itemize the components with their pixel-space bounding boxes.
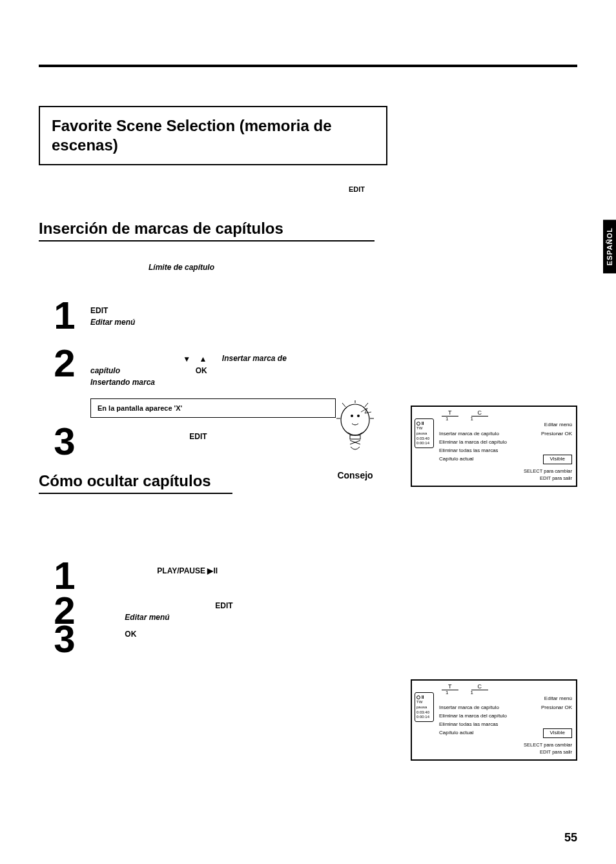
capitulo-label: capítulo [90, 366, 120, 375]
svg-point-0 [341, 404, 369, 435]
osd-tw: TW pausa [416, 700, 427, 709]
edit-key: EDIT [349, 185, 365, 193]
lightbulb-icon [333, 400, 378, 465]
note-box: En la pantalla aparece 'X' [90, 398, 336, 418]
osd-panel-1: T C 1 1 II TW pausa 0:03:40 0:00:14 Edit… [411, 406, 577, 487]
limit-line: Límite de capítulo [149, 261, 577, 273]
tip-block: Consejo [323, 400, 387, 480]
osd-r1-action: Presionar OK [541, 704, 572, 712]
osd-visible-box: Visible [543, 455, 572, 464]
step-body: ▼ ▲ Insertar marca de capítulo OK Insert… [90, 346, 336, 418]
osd-f2: EDIT para salir [439, 475, 572, 482]
pause-icon: II [422, 694, 424, 700]
osd-r1-action: Presionar OK [541, 430, 572, 438]
page-title: Favorite Scene Selection (memoria de esc… [52, 117, 332, 154]
step-number: 2 [39, 346, 90, 381]
page-number: 55 [564, 831, 577, 845]
top-rule [39, 65, 577, 67]
intro-line: EDIT [349, 185, 577, 194]
osd-left-status: II TW pausa 0:03:40 0:00:14 [415, 418, 434, 448]
osd-r1: Insertar marca de capítulo [439, 430, 499, 438]
step-number: 1 [39, 298, 90, 333]
step-body: PLAY/PAUSE ▶II [90, 559, 577, 577]
step-1: 1 EDIT Editar menú [39, 298, 577, 333]
osd-c-value: 1 [470, 690, 473, 695]
osd-r1: Insertar marca de capítulo [439, 704, 499, 712]
osd-tw: TW pausa [416, 426, 427, 435]
osd-subtitle: Editar menú [439, 695, 572, 701]
hide-step-1: 1 PLAY/PAUSE ▶II [39, 559, 577, 593]
page-title-box: Favorite Scene Selection (memoria de esc… [39, 106, 387, 165]
edit-key: EDIT [90, 306, 108, 315]
osd-panel-2: T C 1 1 II TW pausa 0:03:40 0:00:14 Edit… [411, 679, 577, 761]
osd-r2: Eliminar la marca del capítulo [439, 712, 572, 721]
language-tab: ESPAÑOL [603, 220, 616, 273]
down-triangle-icon: ▼ [183, 353, 190, 365]
osd-header: T C [416, 683, 572, 690]
section-2-title: Cómo ocultar capítulos [39, 472, 232, 494]
record-dot-icon [416, 422, 420, 426]
step-body: EDIT Editar menú [90, 593, 577, 623]
osd-c-label: C [471, 683, 489, 690]
osd-time2: 0:00:14 [416, 441, 429, 445]
insertando-label: Insertando marca [90, 378, 155, 387]
osd-body: Insertar marca de capítuloPresionar OK E… [439, 704, 572, 738]
edit-key: EDIT [215, 601, 232, 610]
osd-subtitle: Editar menú [439, 422, 572, 427]
osd-t-value: 1 [446, 416, 448, 422]
osd-r2: Eliminar la marca del capítulo [439, 438, 572, 447]
osd-c-label: C [471, 409, 489, 417]
osd-c-value: 1 [470, 416, 473, 422]
osd-header: T C [416, 409, 572, 416]
svg-point-3 [357, 415, 360, 417]
ok-key: OK [196, 366, 207, 375]
step-number: 3 [39, 622, 90, 657]
osd-t-value: 1 [446, 690, 448, 695]
step-number: 1 [39, 559, 90, 593]
osd-f1: SELECT para cambiar [439, 742, 572, 749]
step-body: OK [90, 622, 577, 640]
osd-r4: Capítulo actual [439, 455, 473, 464]
editar-menu-label: Editar menú [125, 613, 169, 622]
up-triangle-icon: ▲ [200, 353, 207, 365]
osd-time1: 0:03:40 [416, 437, 429, 440]
insertar-marca-label: Insertar marca de [222, 354, 287, 363]
consejo-label: Consejo [323, 470, 387, 480]
osd-r3: Eliminar todas las marcas [439, 447, 572, 455]
editar-menu-label: Editar menú [90, 318, 135, 327]
svg-rect-1 [350, 435, 360, 439]
record-dot-icon [416, 695, 420, 699]
section-1-title: Inserción de marcas de capítulos [39, 220, 375, 242]
play-pause-icon: ▶II [207, 566, 218, 575]
pause-icon: II [422, 420, 424, 426]
svg-point-2 [351, 415, 353, 417]
osd-t-label: T [442, 409, 458, 417]
osd-r4: Capítulo actual [439, 729, 473, 737]
hide-step-3: 3 OK [39, 622, 577, 657]
osd-left-status: II TW pausa 0:03:40 0:00:14 [415, 692, 434, 722]
osd-visible-box: Visible [543, 728, 572, 738]
step-number: 3 [39, 424, 90, 459]
ok-key: OK [125, 630, 136, 639]
osd-f2: EDIT para salir [439, 749, 572, 756]
note-text: En la pantalla aparece 'X' [98, 404, 182, 412]
play-pause-key: PLAY/PAUSE [157, 566, 205, 575]
limit-label: Límite de capítulo [149, 263, 214, 272]
osd-t-label: T [442, 683, 458, 690]
osd-footer: SELECT para cambiar EDIT para salir [439, 742, 572, 756]
edit-key: EDIT [189, 432, 207, 441]
osd-f1: SELECT para cambiar [439, 468, 572, 475]
osd-time2: 0:00:14 [416, 715, 429, 719]
step-body: EDIT Editar menú [90, 298, 577, 328]
osd-footer: SELECT para cambiar EDIT para salir [439, 468, 572, 482]
osd-body: Insertar marca de capítuloPresionar OK E… [439, 430, 572, 464]
osd-time1: 0:03:40 [416, 710, 429, 714]
osd-r3: Eliminar todas las marcas [439, 721, 572, 729]
